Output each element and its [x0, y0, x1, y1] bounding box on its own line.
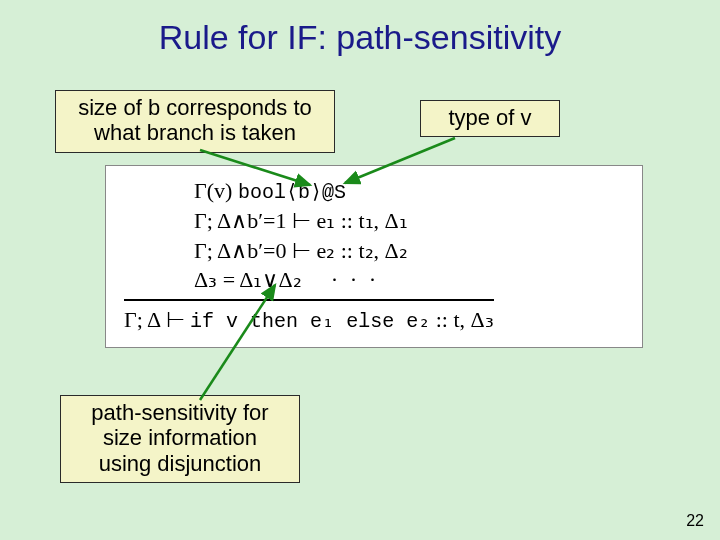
callout-path-sensitivity: path-sensitivity for size information us…: [60, 395, 300, 483]
rule-premise-2: Γ; Δ∧b′=1 ⊢ e₁ :: t₁, Δ₁: [124, 206, 624, 236]
rule-line4-eq: Δ₃ = Δ₁∨Δ₂: [194, 267, 302, 292]
rule-premise-4: Δ₃ = Δ₁∨Δ₂· · ·: [124, 265, 624, 295]
rule-premise-1: Γ(v) bool⟨b⟩@S: [124, 176, 624, 206]
rule-line1-type: bool⟨b⟩@S: [238, 181, 346, 204]
page-number: 22: [686, 512, 704, 530]
callout-size-of-b: size of b corresponds to what branch is …: [55, 90, 335, 153]
inference-rule-box: Γ(v) bool⟨b⟩@S Γ; Δ∧b′=1 ⊢ e₁ :: t₁, Δ₁ …: [105, 165, 643, 348]
rule-premise-3: Γ; Δ∧b′=0 ⊢ e₂ :: t₂, Δ₂: [124, 236, 624, 266]
slide-title: Rule for IF: path-sensitivity: [0, 0, 720, 57]
rule-conclusion: Γ; Δ ⊢ if v then e₁ else e₂ :: t, Δ₃: [124, 305, 624, 335]
rule-concl-pre: Γ; Δ ⊢: [124, 307, 190, 332]
rule-concl-tt: if v then e₁ else e₂: [190, 310, 430, 333]
rule-concl-post: :: t, Δ₃: [430, 307, 493, 332]
rule-line1-pre: Γ(v): [194, 178, 238, 203]
inference-rule-bar: [124, 299, 494, 301]
rule-line4-dots: · · ·: [332, 265, 380, 295]
callout-type-of-v: type of v: [420, 100, 560, 137]
